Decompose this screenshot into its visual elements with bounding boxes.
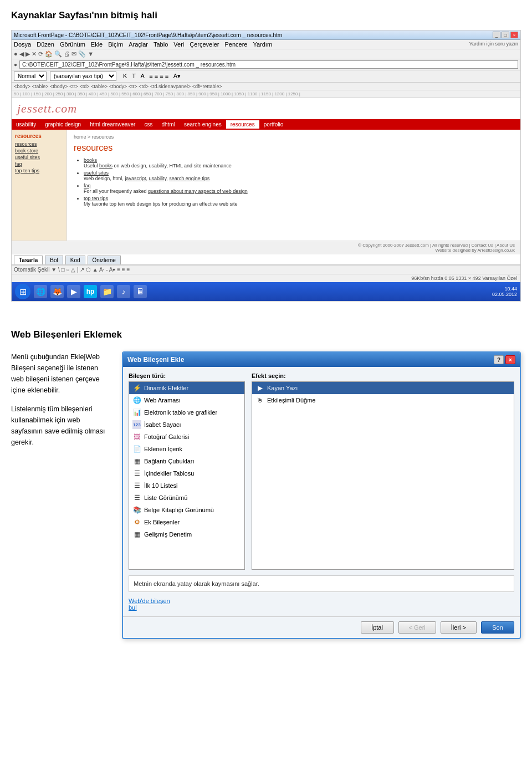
fotograf-label: Fotoğraf Galerisi [144,433,189,440]
menu-pencere[interactable]: Pencere [224,41,247,48]
menu-yardim[interactable]: Yardım [253,41,272,48]
web-bilesен-link[interactable]: Web'de bileşenbul [129,598,170,611]
menu-gorunum[interactable]: Görünüm [60,41,85,48]
status-info: 96Kb/sn hızda 0:05 1331 × 492 Varsayılan… [411,275,517,281]
list-item-elektronik[interactable]: 📊 Elektronik tablo ve grafikler [129,406,244,418]
dialog-web-link: Web'de bileşenbul [129,598,514,611]
footer-line1: © Copyright 2000-2007 Jessett.com | All … [17,243,515,248]
nav-usability[interactable]: usability [12,120,40,129]
dialog-footer: İptal < Geri İleri > Son [123,616,520,638]
dialog-title: Web Bileşeni Ekle [127,356,185,364]
nav-graphic[interactable]: graphic design [40,120,85,129]
list-item-icindekiler[interactable]: ☰ İçindekiler Tablosu [129,467,244,479]
windows-taskbar: ⊞ 🌐 🦊 ▶ hp 📁 ♪ 🖩 10:44 02.05.2012 [12,282,520,301]
ie-icon[interactable]: 🌐 [34,285,47,298]
resource-useful: useful sitesWeb design, html, javascript… [84,170,514,181]
site-nav: usability graphic design html dreamweave… [12,119,520,130]
left-col-label: Bileşen türü: [129,372,245,379]
menu-bicim[interactable]: Biçim [108,41,123,48]
browser-statusbar: 96Kb/sn hızda 0:05 1331 × 492 Varsayılan… [12,274,520,282]
site-logo: jessett.com [17,101,77,116]
nav-resources[interactable]: resources [226,120,259,129]
browser-toolbar: ● ◀ ▶ ✕ ⟳ 🏠 🔍 🖨 ✉ 📎 ▼ [12,49,520,59]
list-item-isabetsayaci[interactable]: 123 İsabet Sayacı [129,418,244,431]
list-item-belge[interactable]: 📚 Belge Kitaplığı Görünümü [129,504,244,516]
next-button[interactable]: İleri > [441,621,477,634]
belge-icon: 📚 [132,506,141,514]
menu-cerceveler[interactable]: Çerçeveler [190,41,219,48]
dialog-left-column: Bileşen türü: ⚡ Dinamik Efektler 🌐 Web A… [129,372,245,570]
liste-icon: ☰ [132,493,141,502]
page-title-section: Kaynaklar Sayfası'nın bitmiş hali [0,0,532,27]
menu-duzen[interactable]: Düzen [37,41,54,48]
list-item-ilk10[interactable]: ☰ İlk 10 Listesi [129,479,244,492]
sidebar-link-faq[interactable]: faq [15,161,63,167]
list-item-eklenen[interactable]: 📄 Eklenen İçerik [129,443,244,455]
left-description: Menü çubuğundan Ekle|Web Bileşeni seçene… [11,351,111,456]
bilesен-listbox[interactable]: ⚡ Dinamik Efektler 🌐 Web Araması 📊 Elekt… [129,381,245,570]
dialog-layout: Menü çubuğundan Ekle|Web Bileşeni seçene… [11,351,521,639]
dinamik-icon: ⚡ [132,384,141,392]
cancel-button[interactable]: İptal [361,621,394,634]
dialog-titlebar: Web Bileşeni Ekle ? × [123,353,520,367]
dialog-help-button[interactable]: ? [494,355,504,364]
tab-onizleme[interactable]: Önizleme [88,256,121,264]
sidebar-link-useful[interactable]: useful sites [15,155,63,160]
dialog-close-button[interactable]: × [505,355,515,364]
menu-veri[interactable]: Veri [173,41,184,48]
page-title: Kaynaklar Sayfası'nın bitmiş hali [11,10,521,21]
nav-css[interactable]: css [140,120,157,129]
minimize-btn[interactable]: _ [493,32,500,38]
dialog-body: Bileşen türü: ⚡ Dinamik Efektler 🌐 Web A… [123,367,520,616]
list-item-dinamik[interactable]: ⚡ Dinamik Efektler [129,382,244,394]
efekt-kayan[interactable]: ▶ Kayan Yazı [252,382,514,394]
start-orb[interactable]: ⊞ [15,284,30,299]
list-item-liste[interactable]: ☰ Liste Görünümü [129,492,244,504]
tab-tasarla[interactable]: Tasarla [14,256,43,264]
format-icons: K T A ≡ ≡ ≡ ≡ A▾ [123,73,181,80]
sidebar-link-bookstore[interactable]: book store [15,148,63,154]
menu-ekle[interactable]: Ekle [91,41,103,48]
style-select[interactable]: Normal [14,72,47,81]
isabetsayaci-icon: 123 [132,420,141,429]
list-item-baglanti[interactable]: ▦ Bağlantı Çubukları [129,455,244,467]
tab-bol[interactable]: Böl [45,256,63,264]
right-col-label: Efekt seçin: [252,372,514,379]
winamp-icon[interactable]: ♪ [117,285,130,298]
nav-portfolio[interactable]: portfolio [259,120,288,129]
taskbar-time: 10:44 [504,286,517,292]
browser-window: Microsoft FrontPage - C:\BOTE\CEIT_102\C… [12,30,520,301]
efekt-etkilesimli[interactable]: 🖱 Etkileşimli Düğme [252,394,514,406]
etkilesimli-label: Etkileşimli Düğme [267,397,315,404]
gelismis-label: Gelişmiş Denetim [144,531,192,538]
nav-search[interactable]: search engines [180,120,226,129]
list-item-gelismis[interactable]: ▦ Gelişmiş Denetim [129,528,244,540]
menu-tablo[interactable]: Tablo [154,41,168,48]
finish-button[interactable]: Son [481,621,514,634]
address-input[interactable] [19,60,518,69]
list-item-ek[interactable]: ⚙ Ek Bileşenler [129,516,244,528]
sidebar-link-resources[interactable]: resources [15,141,63,147]
firefox-icon[interactable]: 🦊 [50,285,64,298]
tab-kod[interactable]: Kod [65,256,85,264]
calc-icon[interactable]: 🖩 [134,285,147,298]
maximize-btn[interactable]: □ [502,32,509,38]
play-icon[interactable]: ▶ [67,285,80,298]
hp-icon[interactable]: hp [84,285,97,298]
sidebar-link-toptips[interactable]: top ten tips [15,168,63,173]
back-button[interactable]: < Geri [398,621,436,634]
close-btn[interactable]: × [510,32,518,38]
folder-icon[interactable]: 📁 [100,285,114,298]
menu-dosya[interactable]: Dosya [14,41,31,48]
etkilesimli-icon: 🖱 [255,396,264,405]
resource-books: booksUseful books on web design, usabili… [84,157,514,169]
nav-dhtml[interactable]: dhtml [157,120,179,129]
website-content: jessett.com usability graphic design htm… [12,98,520,254]
ruler: 50 | 100 | 150 | 200 | 250 | 300 | 350 |… [12,90,520,98]
list-item-web[interactable]: 🌐 Web Araması [129,394,244,406]
menu-araclar[interactable]: Araçlar [129,41,148,48]
font-select[interactable]: (varsayılan yazı tipi) [50,72,116,81]
list-item-fotograf[interactable]: 🖼 Fotoğraf Galerisi [129,431,244,443]
nav-html[interactable]: html dreamweaver [85,120,140,129]
efekt-listbox[interactable]: ▶ Kayan Yazı 🖱 Etkileşimli Düğme [252,381,514,570]
